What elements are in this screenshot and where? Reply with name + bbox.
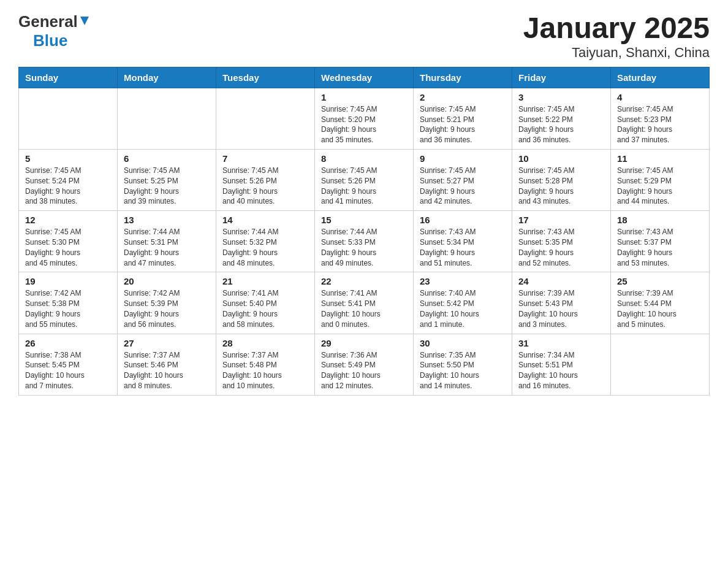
day-number: 27 (124, 338, 210, 348)
day-info: Sunrise: 7:45 AMSunset: 5:26 PMDaylight:… (321, 166, 407, 207)
calendar-week-row: 19Sunrise: 7:42 AMSunset: 5:38 PMDayligh… (19, 272, 710, 334)
day-info: Sunrise: 7:40 AMSunset: 5:42 PMDaylight:… (420, 288, 506, 329)
logo-arrow-icon (79, 15, 90, 29)
calendar-cell: 4Sunrise: 7:45 AMSunset: 5:23 PMDaylight… (611, 88, 710, 149)
day-number: 29 (321, 338, 407, 348)
day-number: 22 (321, 276, 407, 286)
weekday-thursday: Thursday (414, 67, 512, 88)
calendar-cell: 31Sunrise: 7:34 AMSunset: 5:51 PMDayligh… (512, 334, 611, 395)
calendar-cell (19, 88, 118, 149)
calendar-table: Sunday Monday Tuesday Wednesday Thursday… (18, 67, 710, 396)
day-info: Sunrise: 7:42 AMSunset: 5:39 PMDaylight:… (124, 288, 210, 329)
calendar-week-row: 12Sunrise: 7:45 AMSunset: 5:30 PMDayligh… (19, 211, 710, 272)
weekday-header-row: Sunday Monday Tuesday Wednesday Thursday… (19, 67, 710, 88)
page-header: General Blue January 2025 Taiyuan, Shanx… (18, 12, 710, 61)
day-number: 31 (518, 338, 604, 348)
day-info: Sunrise: 7:44 AMSunset: 5:32 PMDaylight:… (222, 227, 308, 268)
calendar-cell: 21Sunrise: 7:41 AMSunset: 5:40 PMDayligh… (216, 272, 315, 334)
day-number: 1 (321, 92, 407, 102)
day-number: 7 (222, 153, 308, 164)
day-number: 25 (617, 276, 703, 286)
day-number: 11 (617, 153, 703, 164)
calendar-cell: 3Sunrise: 7:45 AMSunset: 5:22 PMDaylight… (512, 88, 611, 149)
day-number: 30 (420, 338, 506, 348)
day-number: 17 (518, 215, 604, 225)
day-info: Sunrise: 7:38 AMSunset: 5:45 PMDaylight:… (25, 350, 111, 391)
calendar-cell: 13Sunrise: 7:44 AMSunset: 5:31 PMDayligh… (118, 211, 216, 272)
day-info: Sunrise: 7:43 AMSunset: 5:35 PMDaylight:… (518, 227, 604, 268)
day-number: 9 (420, 153, 506, 164)
calendar-cell: 29Sunrise: 7:36 AMSunset: 5:49 PMDayligh… (315, 334, 414, 395)
day-info: Sunrise: 7:45 AMSunset: 5:26 PMDaylight:… (222, 166, 308, 207)
day-info: Sunrise: 7:41 AMSunset: 5:41 PMDaylight:… (321, 288, 407, 329)
day-number: 12 (25, 215, 111, 225)
day-number: 2 (420, 92, 506, 102)
day-number: 21 (222, 276, 308, 286)
day-info: Sunrise: 7:44 AMSunset: 5:33 PMDaylight:… (321, 227, 407, 268)
calendar-cell: 1Sunrise: 7:45 AMSunset: 5:20 PMDaylight… (315, 88, 414, 149)
day-number: 19 (25, 276, 111, 286)
calendar-cell: 8Sunrise: 7:45 AMSunset: 5:26 PMDaylight… (315, 149, 414, 210)
title-block: January 2025 Taiyuan, Shanxi, China (523, 12, 710, 61)
calendar-week-row: 26Sunrise: 7:38 AMSunset: 5:45 PMDayligh… (19, 334, 710, 395)
day-number: 20 (124, 276, 210, 286)
day-number: 23 (420, 276, 506, 286)
day-info: Sunrise: 7:45 AMSunset: 5:21 PMDaylight:… (420, 104, 506, 145)
calendar-cell: 14Sunrise: 7:44 AMSunset: 5:32 PMDayligh… (216, 211, 315, 272)
day-info: Sunrise: 7:43 AMSunset: 5:34 PMDaylight:… (420, 227, 506, 268)
logo-general-text: General (18, 12, 78, 31)
day-number: 15 (321, 215, 407, 225)
day-info: Sunrise: 7:45 AMSunset: 5:27 PMDaylight:… (420, 166, 506, 207)
calendar-cell: 23Sunrise: 7:40 AMSunset: 5:42 PMDayligh… (414, 272, 512, 334)
calendar-cell: 27Sunrise: 7:37 AMSunset: 5:46 PMDayligh… (118, 334, 216, 395)
calendar-cell: 5Sunrise: 7:45 AMSunset: 5:24 PMDaylight… (19, 149, 118, 210)
calendar-cell: 16Sunrise: 7:43 AMSunset: 5:34 PMDayligh… (414, 211, 512, 272)
day-info: Sunrise: 7:45 AMSunset: 5:23 PMDaylight:… (617, 104, 703, 145)
weekday-friday: Friday (512, 67, 611, 88)
calendar-cell: 30Sunrise: 7:35 AMSunset: 5:50 PMDayligh… (414, 334, 512, 395)
calendar-cell: 26Sunrise: 7:38 AMSunset: 5:45 PMDayligh… (19, 334, 118, 395)
calendar-cell: 15Sunrise: 7:44 AMSunset: 5:33 PMDayligh… (315, 211, 414, 272)
day-info: Sunrise: 7:44 AMSunset: 5:31 PMDaylight:… (124, 227, 210, 268)
day-number: 26 (25, 338, 111, 348)
day-info: Sunrise: 7:35 AMSunset: 5:50 PMDaylight:… (420, 350, 506, 391)
calendar-cell: 28Sunrise: 7:37 AMSunset: 5:48 PMDayligh… (216, 334, 315, 395)
day-number: 16 (420, 215, 506, 225)
day-info: Sunrise: 7:43 AMSunset: 5:37 PMDaylight:… (617, 227, 703, 268)
day-info: Sunrise: 7:42 AMSunset: 5:38 PMDaylight:… (25, 288, 111, 329)
calendar-cell: 25Sunrise: 7:39 AMSunset: 5:44 PMDayligh… (611, 272, 710, 334)
day-number: 5 (25, 153, 111, 164)
day-number: 4 (617, 92, 703, 102)
calendar-cell: 11Sunrise: 7:45 AMSunset: 5:29 PMDayligh… (611, 149, 710, 210)
logo-blue-text: Blue (33, 31, 67, 50)
weekday-sunday: Sunday (19, 67, 118, 88)
day-info: Sunrise: 7:45 AMSunset: 5:22 PMDaylight:… (518, 104, 604, 145)
day-info: Sunrise: 7:45 AMSunset: 5:30 PMDaylight:… (25, 227, 111, 268)
calendar-cell: 22Sunrise: 7:41 AMSunset: 5:41 PMDayligh… (315, 272, 414, 334)
calendar-cell: 10Sunrise: 7:45 AMSunset: 5:28 PMDayligh… (512, 149, 611, 210)
calendar-cell (216, 88, 315, 149)
day-number: 18 (617, 215, 703, 225)
day-number: 10 (518, 153, 604, 164)
calendar-cell: 12Sunrise: 7:45 AMSunset: 5:30 PMDayligh… (19, 211, 118, 272)
day-info: Sunrise: 7:34 AMSunset: 5:51 PMDaylight:… (518, 350, 604, 391)
calendar-subtitle: Taiyuan, Shanxi, China (523, 45, 710, 61)
svg-marker-0 (80, 17, 89, 25)
day-info: Sunrise: 7:45 AMSunset: 5:20 PMDaylight:… (321, 104, 407, 145)
weekday-monday: Monday (118, 67, 216, 88)
day-number: 24 (518, 276, 604, 286)
day-info: Sunrise: 7:39 AMSunset: 5:43 PMDaylight:… (518, 288, 604, 329)
calendar-cell: 17Sunrise: 7:43 AMSunset: 5:35 PMDayligh… (512, 211, 611, 272)
day-info: Sunrise: 7:37 AMSunset: 5:46 PMDaylight:… (124, 350, 210, 391)
day-info: Sunrise: 7:45 AMSunset: 5:28 PMDaylight:… (518, 166, 604, 207)
calendar-cell: 2Sunrise: 7:45 AMSunset: 5:21 PMDaylight… (414, 88, 512, 149)
calendar-cell: 19Sunrise: 7:42 AMSunset: 5:38 PMDayligh… (19, 272, 118, 334)
calendar-cell: 9Sunrise: 7:45 AMSunset: 5:27 PMDaylight… (414, 149, 512, 210)
logo: General Blue (18, 12, 90, 50)
day-info: Sunrise: 7:45 AMSunset: 5:25 PMDaylight:… (124, 166, 210, 207)
day-number: 8 (321, 153, 407, 164)
calendar-cell: 7Sunrise: 7:45 AMSunset: 5:26 PMDaylight… (216, 149, 315, 210)
calendar-cell: 24Sunrise: 7:39 AMSunset: 5:43 PMDayligh… (512, 272, 611, 334)
calendar-title: January 2025 (523, 12, 710, 45)
calendar-cell: 18Sunrise: 7:43 AMSunset: 5:37 PMDayligh… (611, 211, 710, 272)
